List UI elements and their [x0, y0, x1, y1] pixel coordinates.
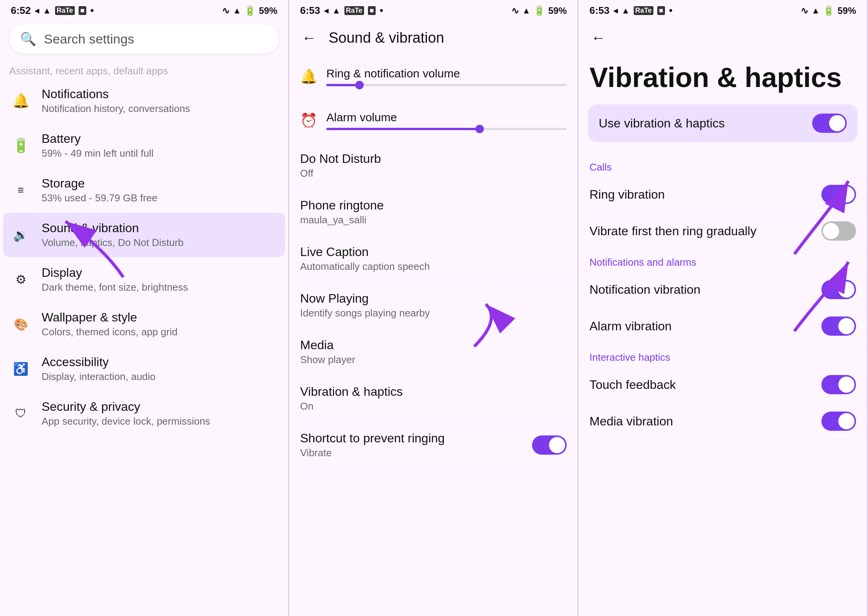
media-vibration-item[interactable]: Media vibration	[579, 403, 867, 440]
menu-item-nowplaying[interactable]: Now Playing Identify songs playing nearb…	[289, 282, 578, 329]
alarm-volume-section: ⏰ Alarm volume	[289, 99, 578, 142]
notifications-subtitle: Notification history, conversations	[42, 103, 190, 115]
wallpaper-icon: 🎨	[11, 314, 31, 334]
settings-item-sound[interactable]: 🔉 Sound & vibration Volume, haptics, Do …	[3, 213, 285, 257]
notifications-title: Notifications	[42, 87, 190, 101]
media-vibration-label: Media vibration	[589, 414, 673, 429]
vibration-header: ←	[579, 20, 867, 55]
ring-volume-slider[interactable]	[326, 84, 567, 86]
touch-feedback-toggle[interactable]	[821, 375, 856, 394]
main-toggle[interactable]	[812, 114, 847, 133]
search-icon: 🔍	[20, 31, 36, 47]
settings-item-security[interactable]: 🛡 Security & privacy App security, devic…	[3, 391, 285, 436]
square-icon3: ■	[657, 6, 665, 15]
security-subtitle: App security, device lock, permissions	[42, 415, 210, 427]
shortcut-toggle-thumb	[549, 437, 565, 453]
menu-item-dnd[interactable]: Do Not Disturb Off	[289, 142, 578, 189]
search-input[interactable]: Search settings	[44, 32, 134, 47]
menu-item-livecaption[interactable]: Live Caption Automatically caption speec…	[289, 236, 578, 282]
vibration-haptics-title: Vibration & haptics	[579, 55, 867, 104]
storage-icon: ≡	[11, 180, 31, 200]
sound-vibration-header: ← Sound & vibration	[289, 20, 578, 55]
ring-volume-thumb[interactable]	[355, 81, 364, 89]
rat-icon2: RaTe	[344, 6, 364, 15]
rat-icon: RaTe	[55, 6, 75, 15]
signal-icon: ▲	[43, 6, 51, 16]
square-icon2: ■	[368, 6, 376, 15]
vibrate-first-item[interactable]: Vibrate first then ring gradually	[579, 213, 867, 249]
alarm-vibration-item[interactable]: Alarm vibration	[579, 308, 867, 345]
interactive-haptics-section-label: Interactive haptics	[579, 345, 867, 367]
touch-feedback-item[interactable]: Touch feedback	[579, 367, 867, 403]
security-icon: 🛡	[11, 403, 31, 424]
battery-icon2: 🔋	[534, 5, 545, 16]
security-title: Security & privacy	[42, 400, 210, 414]
alarm-volume-slider[interactable]	[326, 128, 567, 130]
sound-vibration-title: Sound & vibration	[329, 30, 444, 46]
dot-icon: •	[90, 5, 94, 17]
panel-vibration-haptics: 6:53 ◂ ▲ RaTe ■ • ∿ ▲ 🔋 59% ← Vibration …	[579, 0, 868, 616]
wallpaper-title: Wallpaper & style	[42, 310, 178, 325]
vibrate-first-toggle[interactable]	[821, 221, 856, 241]
battery-title: Battery	[42, 132, 153, 146]
notification-vibration-toggle[interactable]	[821, 280, 856, 299]
notifications-icon: 🔔	[11, 91, 31, 111]
alarm-volume-icon: ⏰	[300, 112, 317, 129]
status-time-panel1: 6:52 ◂ ▲ RaTe ■ •	[11, 5, 94, 17]
alarm-vibration-label: Alarm vibration	[589, 319, 672, 333]
shortcut-toggle[interactable]	[532, 435, 567, 455]
ring-volume-icon: 🔔	[300, 69, 317, 85]
panel-sound-vibration: 6:53 ◂ ▲ RaTe ■ • ∿ ▲ 🔋 59% ← Sound & vi…	[289, 0, 579, 616]
menu-item-ringtone[interactable]: Phone ringtone maula_ya_salli	[289, 189, 578, 236]
ring-vibration-item[interactable]: Ring vibration	[579, 176, 867, 213]
display-icon: ⚙	[11, 270, 31, 290]
menu-item-vibration[interactable]: Vibration & haptics On	[289, 375, 578, 422]
settings-item-accessibility[interactable]: ♿ Accessibility Display, interaction, au…	[3, 346, 285, 391]
faded-text: Assistant, recent apps, default apps	[0, 60, 288, 79]
nav-icon3: ◂	[613, 6, 618, 16]
alarm-vibration-toggle[interactable]	[821, 316, 856, 336]
ring-volume-section: 🔔 Ring & notification volume	[289, 55, 578, 99]
back-button-panel3[interactable]: ←	[588, 27, 609, 49]
alarm-volume-thumb[interactable]	[475, 125, 484, 133]
notif-alarms-section-label: Notifications and alarms	[579, 249, 867, 271]
main-toggle-thumb	[829, 115, 845, 131]
vibration-content: Use vibration & haptics Calls Ring vibra…	[579, 104, 867, 616]
ring-volume-label: Ring & notification volume	[326, 67, 567, 80]
settings-item-wallpaper[interactable]: 🎨 Wallpaper & style Colors, themed icons…	[3, 302, 285, 346]
ring-volume-row: 🔔 Ring & notification volume	[300, 62, 567, 91]
settings-item-battery[interactable]: 🔋 Battery 59% - 49 min left until full	[3, 123, 285, 168]
calls-section-label: Calls	[579, 154, 867, 176]
rat-icon3: RaTe	[634, 6, 653, 15]
main-toggle-box[interactable]: Use vibration & haptics	[588, 104, 858, 142]
dot-icon2: •	[379, 5, 383, 17]
signal-icon2: ▲	[332, 6, 341, 16]
vibrate-first-label: Vibrate first then ring gradually	[589, 224, 756, 238]
signal-icon3: ▲	[621, 6, 630, 16]
nav-icon2: ◂	[324, 6, 328, 16]
storage-subtitle: 53% used - 59.79 GB free	[42, 192, 158, 204]
settings-item-notifications[interactable]: 🔔 Notifications Notification history, co…	[3, 79, 285, 123]
menu-item-shortcut[interactable]: Shortcut to prevent ringing Vibrate	[289, 422, 578, 469]
battery-icon: 🔋	[244, 5, 256, 16]
alarm-volume-fill	[326, 128, 483, 130]
panel-settings-list: 6:52 ◂ ▲ RaTe ■ • ∿ ▲ 🔋 59% 🔍 Search set…	[0, 0, 289, 616]
status-right-panel1: ∿ ▲ 🔋 59%	[222, 5, 277, 16]
menu-item-media[interactable]: Media Show player	[289, 329, 578, 375]
wifi-icon3: ∿	[801, 5, 808, 16]
back-button-panel2[interactable]: ←	[299, 27, 319, 49]
media-vibration-toggle[interactable]	[821, 412, 856, 431]
alarm-volume-row: ⏰ Alarm volume	[300, 106, 567, 135]
status-bar-panel1: 6:52 ◂ ▲ RaTe ■ • ∿ ▲ 🔋 59%	[0, 0, 288, 20]
touch-feedback-label: Touch feedback	[589, 378, 676, 392]
dot-icon3: •	[669, 5, 672, 17]
nav-icon: ◂	[35, 6, 39, 16]
notification-vibration-item[interactable]: Notification vibration	[579, 271, 867, 308]
settings-item-display[interactable]: ⚙ Display Dark theme, font size, brightn…	[3, 257, 285, 302]
wifi-icon2: ∿	[511, 5, 519, 16]
search-bar[interactable]: 🔍 Search settings	[9, 24, 279, 54]
settings-item-storage[interactable]: ≡ Storage 53% used - 59.79 GB free	[3, 168, 285, 213]
ring-vibration-toggle[interactable]	[821, 185, 856, 204]
sound-vibration-content: 🔔 Ring & notification volume ⏰ Alarm vol…	[289, 55, 578, 616]
ring-vibration-label: Ring vibration	[589, 187, 665, 202]
